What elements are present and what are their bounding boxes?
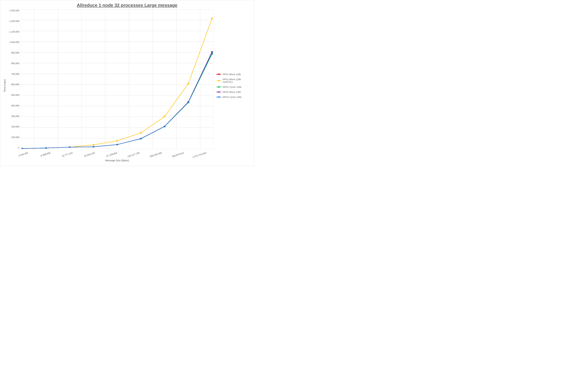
y-tick-label: 1,200,000 xyxy=(9,20,19,22)
y-tick-label: 1,000,000 xyxy=(9,41,19,43)
legend-label: NPS2 Cyclic 128k xyxy=(223,96,241,98)
legend-item: NPS1 Block 128k noHCOLL xyxy=(216,78,251,83)
legend-swatch xyxy=(216,96,221,98)
svg-point-67 xyxy=(211,52,213,54)
svg-point-61 xyxy=(69,146,71,148)
x-tick-label: 67,108,864 xyxy=(106,152,118,157)
x-tick-label: 8,388,608 xyxy=(40,152,51,157)
y-tick-label: 700,000 xyxy=(11,73,19,75)
svg-point-59 xyxy=(21,148,23,149)
svg-point-38 xyxy=(164,116,166,117)
y-tick-label: 0 xyxy=(18,147,19,149)
svg-point-36 xyxy=(116,140,118,141)
svg-point-39 xyxy=(187,83,189,84)
x-axis-title: Message Size (Bytes) xyxy=(20,159,214,162)
y-tick-label: 500,000 xyxy=(11,94,19,96)
chart-title: Allreduce 1 node 32 processes Large mess… xyxy=(3,3,251,8)
x-tick-label: 33,554,432 xyxy=(84,152,95,157)
svg-point-64 xyxy=(140,138,142,139)
y-tick-label: 800,000 xyxy=(11,62,19,64)
plot-row: 1,300,0001,200,0001,100,0001,000,000900,… xyxy=(6,9,214,149)
x-axis-row: 4,194,3048,388,60816,777,21633,554,43267… xyxy=(6,150,214,156)
svg-point-63 xyxy=(116,144,118,145)
y-axis-title: Time (usec) xyxy=(3,79,6,92)
y-tick-label: 200,000 xyxy=(11,126,19,128)
legend-swatch xyxy=(216,91,221,93)
svg-point-37 xyxy=(140,132,142,134)
svg-point-66 xyxy=(187,101,189,103)
chart-body: Time (usec) 1,300,0001,200,0001,100,0001… xyxy=(3,9,251,162)
legend: NPS1 Block 128kNPS1 Block 128k noHCOLLNP… xyxy=(214,9,251,162)
x-title-row: Message Size (Bytes) xyxy=(6,157,214,162)
svg-point-35 xyxy=(92,144,94,146)
legend-item: NPS1 Cyclic 128k xyxy=(216,86,251,88)
legend-swatch xyxy=(216,79,221,82)
legend-item: NPS2 Block 128k xyxy=(216,91,251,93)
x-spacer-2 xyxy=(6,157,20,162)
legend-swatch xyxy=(216,73,221,76)
svg-point-62 xyxy=(92,146,94,148)
plot-column: 1,300,0001,200,0001,100,0001,000,000900,… xyxy=(6,9,214,162)
x-tick-label: 16,777,216 xyxy=(62,152,73,157)
y-tick-label: 1,100,000 xyxy=(9,31,19,33)
legend-label: NPS2 Block 128k xyxy=(223,91,241,93)
y-tick-label: 900,000 xyxy=(11,52,19,54)
svg-point-40 xyxy=(211,18,213,19)
legend-label: NPS1 Block 128k noHCOLL xyxy=(223,78,251,83)
legend-item: NPS1 Block 128k xyxy=(216,73,251,76)
chart-frame: Allreduce 1 node 32 processes Large mess… xyxy=(0,0,254,166)
y-axis-ticks: 1,300,0001,200,0001,100,0001,000,000900,… xyxy=(6,9,20,149)
legend-swatch xyxy=(216,86,221,88)
y-tick-label: 400,000 xyxy=(11,104,19,107)
svg-point-60 xyxy=(45,147,47,149)
plot-area xyxy=(20,9,214,149)
y-tick-label: 300,000 xyxy=(11,115,19,117)
x-axis-ticks: 4,194,3048,388,60816,777,21633,554,43267… xyxy=(20,150,214,156)
y-tick-label: 600,000 xyxy=(11,83,19,86)
svg-point-65 xyxy=(164,126,166,127)
plot-svg xyxy=(20,9,214,149)
legend-label: NPS1 Cyclic 128k xyxy=(223,86,241,88)
y-tick-label: 1,300,000 xyxy=(9,9,19,12)
legend-item: NPS2 Cyclic 128k xyxy=(216,96,251,98)
legend-label: NPS1 Block 128k xyxy=(223,73,241,76)
y-tick-label: 100,000 xyxy=(11,136,19,138)
svg-rect-14 xyxy=(20,9,214,149)
